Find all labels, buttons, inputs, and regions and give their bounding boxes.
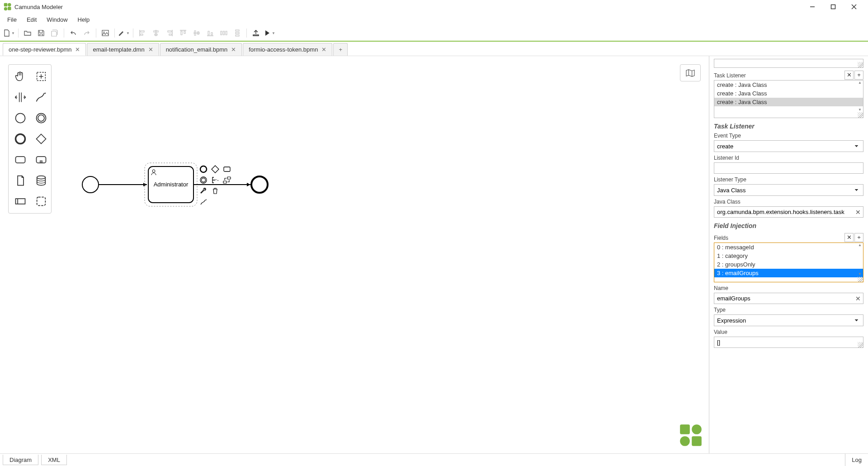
connect[interactable] <box>199 197 208 206</box>
resize-handle[interactable] <box>858 276 863 282</box>
tab-close-icon[interactable]: ✕ <box>321 47 326 52</box>
align-right-button[interactable] <box>163 27 176 39</box>
append-task[interactable] <box>222 165 231 174</box>
list-item[interactable]: 1 : category <box>714 252 863 260</box>
clear-name-button[interactable]: ✕ <box>855 295 861 302</box>
field-type-select[interactable]: Expression <box>714 314 863 326</box>
delete-element[interactable] <box>211 186 220 195</box>
window-maximize-button[interactable] <box>823 0 844 14</box>
redo-button[interactable] <box>80 27 93 39</box>
window-minimize-button[interactable] <box>802 0 823 14</box>
menu-file[interactable]: File <box>3 15 21 24</box>
align-left-button[interactable] <box>136 27 149 39</box>
align-top-button[interactable] <box>177 27 189 39</box>
tab-close-icon[interactable]: ✕ <box>75 47 80 52</box>
minimap-toggle[interactable] <box>680 64 701 81</box>
listener-id-input[interactable] <box>714 162 863 174</box>
tab-close-icon[interactable]: ✕ <box>148 47 153 52</box>
list-item[interactable]: 3 : emailGroups <box>714 269 863 277</box>
event-type-select[interactable]: create <box>714 140 863 152</box>
data-object-tool[interactable] <box>11 171 29 190</box>
app-title: Camunda Modeler <box>14 4 63 10</box>
append-intermediate-event[interactable] <box>199 176 208 185</box>
align-center-button[interactable] <box>150 27 162 39</box>
java-class-label: Java Class <box>714 199 863 205</box>
footer-log-button[interactable]: Log <box>845 454 868 466</box>
resize-handle[interactable] <box>858 342 863 347</box>
hand-tool[interactable] <box>11 67 29 86</box>
image-button[interactable] <box>99 27 112 39</box>
global-connect-tool[interactable] <box>32 88 50 106</box>
field-value-input[interactable] <box>714 337 863 348</box>
tab-one-step-reviewer[interactable]: one-step-reviewer.bpmn ✕ <box>3 43 86 56</box>
footer-tab-diagram[interactable]: Diagram <box>3 455 38 465</box>
group-tool[interactable] <box>32 192 50 210</box>
deploy-button[interactable] <box>250 27 262 39</box>
add-listener-button[interactable]: + <box>854 71 863 80</box>
svg-rect-66 <box>223 181 226 183</box>
distribute-v-button[interactable] <box>231 27 244 39</box>
list-scrollbar[interactable]: ▲▼ <box>857 243 863 276</box>
svg-rect-51 <box>37 197 46 206</box>
new-file-button[interactable]: ▼ <box>3 27 15 39</box>
resize-handle[interactable] <box>858 112 863 118</box>
menu-edit[interactable]: Edit <box>22 15 41 24</box>
clear-java-class-button[interactable]: ✕ <box>855 209 861 216</box>
canvas[interactable]: Administrator <box>0 56 709 453</box>
open-file-button[interactable] <box>21 27 34 39</box>
distribute-h-button[interactable] <box>217 27 230 39</box>
data-store-tool[interactable] <box>32 171 50 190</box>
intermediate-event-tool[interactable] <box>32 109 50 127</box>
resize-handle[interactable] <box>858 62 863 67</box>
gateway-tool[interactable] <box>32 130 50 148</box>
svg-point-39 <box>16 114 25 123</box>
subprocess-tool[interactable] <box>32 151 50 169</box>
add-field-button[interactable]: + <box>854 233 863 242</box>
tab-formio-access-token[interactable]: formio-access-token.bpmn ✕ <box>243 43 332 56</box>
change-type[interactable] <box>222 176 231 185</box>
menu-help[interactable]: Help <box>73 15 94 24</box>
java-class-input[interactable] <box>714 206 863 218</box>
pool-tool[interactable] <box>11 192 29 210</box>
fields-label: Fields <box>714 235 844 241</box>
undo-button[interactable] <box>67 27 80 39</box>
task-listener-list[interactable]: create : Java Class create : Java Class … <box>714 80 863 118</box>
list-item[interactable]: create : Java Class <box>714 98 863 106</box>
save-button[interactable] <box>35 27 47 39</box>
run-button[interactable]: ▼ <box>263 27 276 39</box>
footer-tab-xml[interactable]: XML <box>41 455 67 465</box>
append-end-event[interactable] <box>199 165 208 174</box>
lasso-tool[interactable] <box>32 67 50 86</box>
tab-email-template[interactable]: email-template.dmn ✕ <box>87 43 159 56</box>
listener-type-select[interactable]: Java Class <box>714 184 863 196</box>
remove-field-button[interactable]: ✕ <box>844 233 854 242</box>
append-gateway[interactable] <box>211 165 220 174</box>
task-tool[interactable] <box>11 151 29 169</box>
tab-close-icon[interactable]: ✕ <box>231 47 236 52</box>
top-truncated-input[interactable] <box>714 59 863 68</box>
properties-panel-toggle[interactable]: Properties Panel <box>709 165 709 219</box>
field-name-input[interactable] <box>714 293 863 304</box>
tab-notification-email[interactable]: notification_email.bpmn ✕ <box>160 43 242 56</box>
start-event-tool[interactable] <box>11 109 29 127</box>
window-close-button[interactable] <box>844 0 864 14</box>
list-scrollbar[interactable]: ▲▼ <box>857 81 863 112</box>
list-item[interactable]: create : Java Class <box>714 89 863 98</box>
list-item[interactable]: 2 : groupsOnly <box>714 260 863 269</box>
fields-list[interactable]: 0 : messageId 1 : category 2 : groupsOnl… <box>714 243 863 282</box>
save-all-button[interactable] <box>48 27 61 39</box>
annotation[interactable] <box>211 176 220 185</box>
align-bottom-button[interactable] <box>204 27 217 39</box>
align-middle-button[interactable] <box>190 27 203 39</box>
tab-add-button[interactable]: + <box>333 43 348 56</box>
list-item[interactable]: create : Java Class <box>714 81 863 89</box>
svg-rect-20 <box>181 31 182 35</box>
color-button[interactable]: ▼ <box>118 27 130 39</box>
wrench-tool[interactable] <box>199 186 208 195</box>
task-listener-label: Task Listener <box>714 72 844 79</box>
list-item[interactable]: 0 : messageId <box>714 243 863 252</box>
remove-listener-button[interactable]: ✕ <box>844 71 854 80</box>
end-event-tool[interactable] <box>11 130 29 148</box>
menu-window[interactable]: Window <box>42 15 72 24</box>
space-tool[interactable] <box>11 88 29 106</box>
